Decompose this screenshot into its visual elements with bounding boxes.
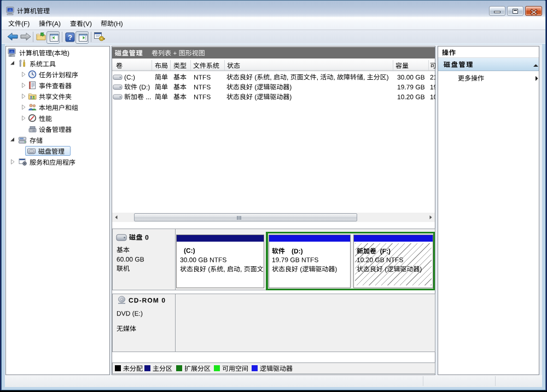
svg-text:?: ? (68, 33, 72, 42)
